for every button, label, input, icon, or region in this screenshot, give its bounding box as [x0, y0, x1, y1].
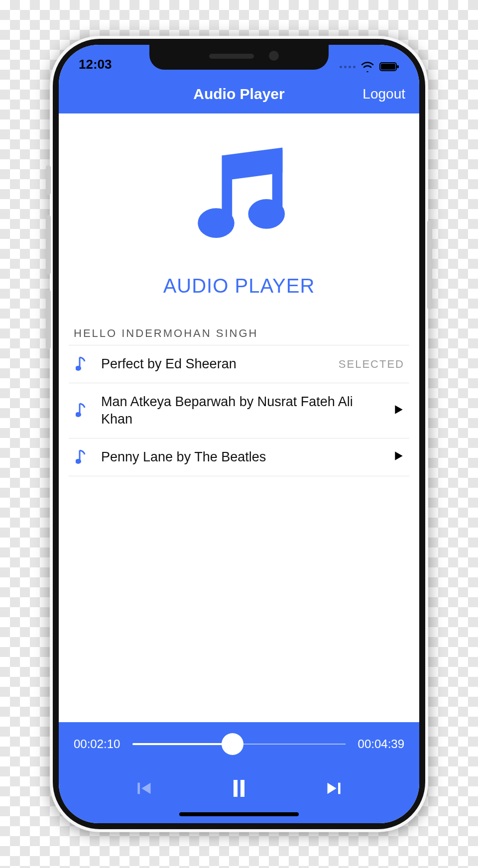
- device-notch: [149, 45, 329, 70]
- volume-down-button: [46, 290, 51, 349]
- wifi-icon: [360, 61, 374, 72]
- transport-controls: [74, 778, 404, 798]
- mute-switch: [46, 165, 51, 195]
- next-button[interactable]: [324, 778, 344, 798]
- previous-button[interactable]: [134, 778, 154, 798]
- seek-knob[interactable]: [222, 733, 243, 755]
- main-content: AUDIO PLAYER Hello Indermohan Singh Perf…: [59, 113, 419, 722]
- logout-button[interactable]: Logout: [362, 86, 405, 102]
- seek-slider[interactable]: [132, 743, 345, 745]
- phone-frame: 12:03: [50, 36, 428, 832]
- progress-row: 00:02:10 00:04:39: [74, 737, 404, 751]
- volume-up-button: [46, 215, 51, 275]
- nav-bar: Audio Player Logout: [59, 75, 419, 113]
- music-note-icon: [182, 138, 296, 255]
- elapsed-time: 00:02:10: [74, 737, 120, 751]
- track-title: Penny Lane by The Beatles: [101, 448, 381, 466]
- music-note-small-icon: [74, 449, 89, 465]
- svg-rect-10: [137, 783, 140, 794]
- svg-rect-1: [381, 64, 395, 70]
- nav-title: Audio Player: [193, 86, 284, 103]
- svg-rect-2: [397, 65, 399, 68]
- greeting-label: Hello Indermohan Singh: [74, 327, 258, 340]
- pause-button[interactable]: [229, 778, 249, 798]
- home-indicator[interactable]: [179, 812, 299, 816]
- seek-played: [132, 743, 233, 745]
- music-note-small-icon: [74, 356, 89, 372]
- selected-badge: SELECTED: [339, 358, 404, 371]
- music-note-small-icon: [74, 403, 89, 419]
- track-row[interactable]: Perfect by Ed Sheeran SELECTED: [69, 345, 409, 383]
- screen: 12:03: [59, 45, 419, 823]
- player-bar: 00:02:10 00:04:39: [59, 722, 419, 823]
- power-button: [427, 220, 432, 310]
- svg-rect-13: [338, 783, 341, 794]
- track-row[interactable]: Man Atkeya Beparwah by Nusrat Fateh Ali …: [69, 383, 409, 438]
- svg-rect-12: [240, 780, 244, 797]
- track-title: Perfect by Ed Sheeran: [101, 355, 326, 373]
- cellular-dots-icon: [340, 66, 356, 68]
- app-title: AUDIO PLAYER: [163, 275, 315, 297]
- status-time: 12:03: [79, 57, 112, 72]
- battery-icon: [379, 62, 399, 72]
- svg-point-5: [198, 208, 235, 238]
- seek-remaining: [233, 744, 345, 745]
- svg-rect-11: [234, 780, 238, 797]
- track-row[interactable]: Penny Lane by The Beatles: [69, 438, 409, 476]
- track-title: Man Atkeya Beparwah by Nusrat Fateh Ali …: [101, 393, 381, 428]
- duration-time: 00:04:39: [358, 737, 404, 751]
- svg-point-6: [248, 199, 285, 229]
- play-icon[interactable]: [393, 449, 404, 465]
- track-list: Perfect by Ed Sheeran SELECTED Man Atkey…: [69, 345, 409, 476]
- play-icon[interactable]: [393, 403, 404, 419]
